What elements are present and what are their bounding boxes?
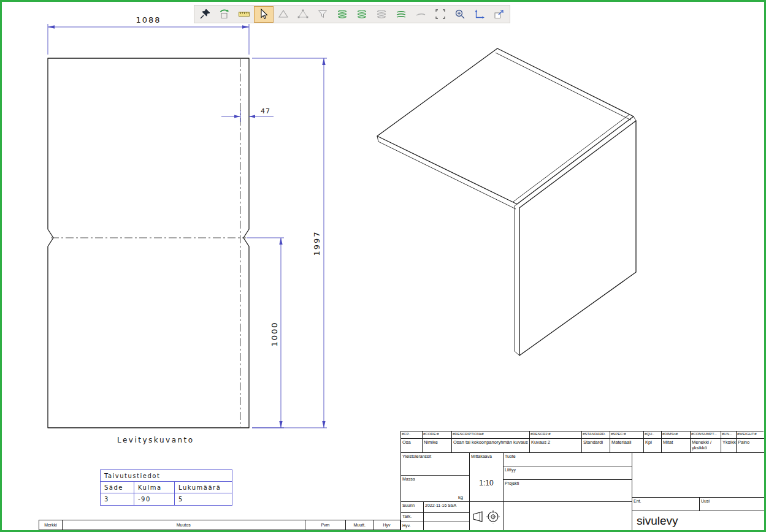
bend-col-radius: Säde	[101, 482, 134, 493]
dim-lower-height-text: 1000	[270, 321, 279, 346]
label-kpl: Kpl	[644, 439, 662, 453]
label-nimike: Nimike	[423, 439, 452, 453]
code-cell: #DIMSn#	[662, 431, 691, 439]
scale-label: Mittakaava	[471, 454, 492, 458]
label-kuvaus2: Kuvaus 2	[530, 439, 582, 453]
scale-value[interactable]: 1:10	[470, 479, 503, 487]
export-view-icon[interactable]	[489, 6, 509, 23]
designed-value-cell[interactable]: 2022-11-16 SSA	[424, 502, 470, 513]
approved-label-cell: Hyv.	[401, 522, 424, 531]
mass-unit: kg	[458, 495, 463, 500]
dim-flange-text: 47	[261, 107, 270, 115]
view-toolbar	[194, 5, 510, 23]
ent-cell: Ent.	[632, 498, 700, 511]
designed-label-cell: Suunn	[401, 502, 424, 513]
bend-col-angle: Kulma	[134, 482, 175, 493]
dim-width-text: 1088	[136, 15, 161, 25]
projection-symbol-cell	[470, 502, 504, 531]
code-cell: #STANDARD.	[582, 431, 610, 439]
flat-pattern-outline	[48, 58, 249, 428]
cad-viewport: 1088 47 1997	[0, 0, 766, 532]
checked-value-cell[interactable]	[424, 513, 470, 522]
label-menekki: Menekki / yksikkö	[691, 439, 721, 453]
code-cell: #SPEC:#	[610, 431, 644, 439]
area-select-icon[interactable]	[431, 6, 450, 23]
new-cell: Uusi	[700, 498, 764, 511]
revision-strip: Merkki Muutos Pvm Muutt. Hyv	[39, 520, 400, 530]
rotate-view-icon[interactable]	[215, 6, 234, 23]
rev-hyv: Hyv	[373, 520, 400, 530]
bend-angle-value: -90	[134, 493, 175, 505]
projection-symbol-icon	[471, 509, 502, 524]
label-yksikko: Yksikkö	[721, 439, 737, 453]
approved-value-cell[interactable]	[424, 522, 470, 531]
layers-mid-icon[interactable]	[352, 6, 372, 23]
filter-icon[interactable]	[313, 6, 332, 23]
layers-front-icon[interactable]	[332, 6, 352, 23]
iso-top-face	[377, 48, 634, 204]
related-cell[interactable]: Liittyy	[504, 466, 632, 480]
title-block: #CP.. #CODE:# #DESCRIPTIONs# #DESCR2:# #…	[400, 431, 764, 530]
pin-icon[interactable]	[195, 6, 215, 23]
empty-cell	[504, 502, 632, 531]
code-cell: #CODE:#	[423, 431, 452, 439]
layer-lines-icon[interactable]	[391, 6, 411, 23]
empty-cell	[632, 453, 764, 498]
move-origin-icon[interactable]	[470, 6, 489, 23]
part-name-cell[interactable]: sivulevy	[632, 511, 764, 531]
bend-count-value: 5	[175, 493, 232, 505]
select-cursor-icon[interactable]	[254, 6, 274, 23]
measure-ruler-icon[interactable]	[234, 6, 254, 23]
layers-off-icon[interactable]	[372, 6, 391, 23]
code-cell: #CONSUMPT...	[691, 431, 721, 439]
code-cell: #CP..	[401, 431, 423, 439]
code-cell: #DESCRIPTIONs#	[452, 431, 530, 439]
flat-pattern-label: Levityskuvanto	[117, 436, 194, 444]
label-paino: Paino	[737, 439, 764, 453]
label-standardi: Standardi	[582, 439, 610, 453]
zoom-in-icon[interactable]	[450, 6, 470, 23]
flat-pattern-view[interactable]: 1088 47 1997	[48, 15, 327, 444]
bend-table-title: Taivutustiedot	[101, 470, 232, 482]
code-cell: #WEIGHT:#	[737, 431, 764, 439]
polygon-tool-icon[interactable]	[274, 6, 293, 23]
rev-muutos: Muutos	[63, 520, 305, 530]
code-cell: #DESCR2:#	[530, 431, 582, 439]
general-tolerances-cell: Yleistoleranssit	[401, 453, 470, 476]
label-materiaali: Materiaali	[610, 439, 644, 453]
label-osa: Osa	[401, 439, 423, 453]
iso-side-face	[519, 121, 636, 355]
rev-muutt: Muutt.	[346, 520, 373, 530]
mass-label: Massa	[402, 477, 415, 481]
product-cell[interactable]: Tuote	[504, 453, 632, 466]
bend-radius-value: 3	[101, 493, 134, 505]
dim-total-height-text: 1997	[312, 230, 321, 256]
label-kuvaus: Osan tai kokoonpanoryhmän kuvaus	[452, 439, 530, 453]
dim-lower-height[interactable]: 1000	[247, 238, 284, 428]
rev-pvm: Pvm	[305, 520, 347, 530]
project-cell[interactable]: Projekti	[504, 480, 632, 502]
mass-cell: Massa kg	[401, 476, 470, 502]
rev-merkki: Merkki	[39, 520, 63, 530]
line-tool-icon[interactable]	[411, 6, 431, 23]
bend-data-table[interactable]: Taivutustiedot Säde Kulma Lukumäärä 3 -9…	[100, 469, 232, 506]
label-mitat: Mitat	[662, 439, 691, 453]
code-cell: #UN...	[721, 431, 737, 439]
isometric-view[interactable]	[377, 48, 636, 355]
code-cell: #QU..	[644, 431, 662, 439]
polygon-vertex-tool-icon[interactable]	[293, 6, 313, 23]
scale-cell: Mittakaava 1:10	[470, 453, 504, 502]
dim-flange[interactable]: 47	[221, 107, 274, 122]
bend-col-count: Lukumäärä	[175, 482, 232, 493]
checked-label-cell: Tark.	[401, 513, 424, 522]
